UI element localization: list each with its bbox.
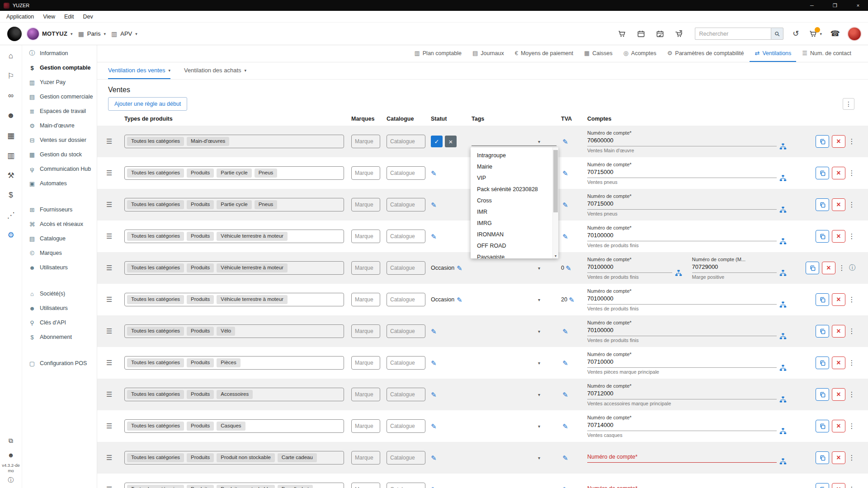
- duplicate-row-button[interactable]: [816, 451, 829, 464]
- marque-input[interactable]: [351, 324, 380, 338]
- row-menu-button[interactable]: ⋮: [848, 232, 855, 240]
- subtab-ventilation-des-achats[interactable]: Ventilation des achats▾: [184, 62, 246, 79]
- sidebar-item-gestion-commerciale[interactable]: ▤Gestion commerciale: [22, 89, 97, 104]
- marque-input[interactable]: [351, 451, 380, 465]
- account-hierarchy-icon[interactable]: [779, 206, 787, 213]
- duplicate-row-button[interactable]: [816, 483, 829, 488]
- tva-edit-icon[interactable]: ✎: [569, 296, 575, 303]
- tags-select[interactable]: ▾: [472, 442, 561, 474]
- marque-input[interactable]: [351, 483, 380, 488]
- sidebar-item-utilisateurs[interactable]: ☻Utilisateurs: [22, 260, 97, 275]
- row-menu-button[interactable]: ⋮: [848, 454, 855, 462]
- workshop-icon[interactable]: ⚒: [1, 165, 21, 185]
- catalogue-input[interactable]: [387, 419, 425, 433]
- search-button[interactable]: ⚲: [771, 28, 783, 40]
- sidebar-item-acc-s-et-r-seaux[interactable]: ⌘Accès et réseaux: [22, 217, 97, 231]
- row-menu-button[interactable]: ⋮: [848, 296, 855, 304]
- sidebar-item-marques[interactable]: ©Marques: [22, 246, 97, 260]
- product-types-field[interactable]: Toutes les catégoriesProduitsPartie cycl…: [124, 198, 344, 211]
- tva-edit-icon[interactable]: ✎: [562, 360, 568, 366]
- tab-num-de-contact[interactable]: ☰Num. de contact: [797, 45, 856, 62]
- delete-row-button[interactable]: ×: [832, 167, 845, 179]
- tags-option[interactable]: VIP: [471, 173, 547, 184]
- location-switcher[interactable]: ▦ Paris ▾: [78, 30, 106, 38]
- statut-edit-icon[interactable]: ✎: [431, 233, 437, 240]
- tva-edit-icon[interactable]: ✎: [562, 233, 568, 240]
- catalogue-input[interactable]: [387, 356, 425, 370]
- marque-input[interactable]: [351, 261, 380, 275]
- catalogue-input[interactable]: [387, 198, 425, 211]
- account-field[interactable]: Numéro de compte*70100000Ventes de produ…: [587, 225, 777, 248]
- catalogue-input[interactable]: [387, 166, 425, 180]
- drag-handle-icon[interactable]: ☰: [104, 296, 124, 304]
- add-rule-button[interactable]: Ajouter une règle au début: [108, 97, 187, 111]
- home-icon[interactable]: ⌂: [1, 46, 21, 66]
- statut-edit-icon[interactable]: ✎: [431, 423, 437, 430]
- row-menu-button[interactable]: ⋮: [848, 137, 855, 145]
- row-menu-button[interactable]: ⋮: [848, 422, 855, 430]
- tags-option[interactable]: Pack sérénité 20230828: [471, 184, 547, 195]
- account-hierarchy-icon[interactable]: [779, 301, 787, 308]
- sidebar-item-yuzer-pay[interactable]: ▥Yuzer Pay: [22, 75, 97, 89]
- product-types-field[interactable]: Toutes les catégoriesMain-d'œuvres: [124, 135, 344, 148]
- row-menu-button[interactable]: ⋮: [848, 169, 855, 177]
- catalogue-input[interactable]: [387, 451, 425, 465]
- product-types-field[interactable]: Toutes les catégoriesProduitsVéhicule te…: [124, 293, 344, 306]
- product-types-field[interactable]: Toutes les catégoriesProduitsVéhicule te…: [124, 230, 344, 243]
- close-button[interactable]: ×: [848, 0, 868, 11]
- company-icon[interactable]: ▦: [1, 126, 21, 145]
- tags-option[interactable]: Cross: [471, 195, 547, 206]
- delete-row-button[interactable]: ×: [832, 230, 845, 243]
- minimize-button[interactable]: ─: [802, 0, 822, 11]
- sidebar-item-main-d-uvre[interactable]: ⚙Main-d'œuvre: [22, 118, 97, 133]
- statut-edit-icon[interactable]: ✎: [457, 296, 462, 303]
- account-field[interactable]: Numéro de compte*70714000Ventes casques: [587, 415, 777, 438]
- statut-edit-icon[interactable]: ✎: [431, 360, 437, 366]
- sidebar-item-communication-hub[interactable]: ψCommunication Hub: [22, 162, 97, 176]
- product-types-field[interactable]: Toutes les catégoriesProduitsPartie cycl…: [124, 166, 344, 180]
- catalogue-input[interactable]: [387, 230, 425, 243]
- scrollbar-thumb[interactable]: [553, 150, 558, 212]
- menu-edit[interactable]: Edit: [60, 12, 79, 22]
- duplicate-row-button[interactable]: [816, 357, 829, 369]
- sidebar-item-gestion-comptable[interactable]: $Gestion comptable: [22, 61, 97, 75]
- product-types-field[interactable]: Toutes les catégoriesProduitsCasques: [124, 419, 344, 433]
- analytics-icon[interactable]: ⋰: [1, 205, 21, 225]
- tab-ventilations[interactable]: ⇄Ventilations: [750, 45, 796, 62]
- delete-row-button[interactable]: ×: [822, 262, 835, 274]
- tab-param-tres-de-comptabilit[interactable]: ⚙Paramètres de comptabilité: [662, 45, 749, 62]
- marque-input[interactable]: [351, 166, 380, 180]
- sidebar-item-cl-s-d-api[interactable]: ⚲Clés d'API: [22, 315, 97, 330]
- customers-icon[interactable]: ☻: [1, 106, 21, 126]
- sidebar-item-utilisateurs[interactable]: ☻Utilisateurs: [22, 301, 97, 315]
- user-avatar[interactable]: [848, 28, 861, 40]
- sidebar-item-soci-t-s[interactable]: ⌂Société(s): [22, 286, 97, 301]
- search-input[interactable]: [695, 28, 771, 40]
- row-menu-button[interactable]: ⋮: [848, 359, 855, 367]
- tags-select[interactable]: ▾ IntragroupeMairieVIPPack sérénité 2023…: [472, 126, 561, 157]
- tab-journaux[interactable]: ▤Journaux: [467, 45, 509, 62]
- duplicate-row-button[interactable]: [806, 262, 819, 274]
- tva-edit-icon[interactable]: ✎: [562, 486, 568, 488]
- account-hierarchy-icon[interactable]: [779, 333, 787, 339]
- tva-edit-icon[interactable]: ✎: [562, 170, 568, 177]
- drag-handle-icon[interactable]: ☰: [104, 359, 124, 367]
- org-switcher[interactable]: MOTYUZ ▾: [27, 28, 73, 40]
- tags-option[interactable]: Paysagiste: [471, 252, 547, 258]
- tab-acomptes[interactable]: ◎Acomptes: [618, 45, 661, 62]
- duplicate-row-button[interactable]: [816, 230, 829, 243]
- tab-caisses[interactable]: ▦Caisses: [579, 45, 618, 62]
- tags-select[interactable]: ▾: [472, 315, 561, 347]
- sidebar-item-ventes-sur-dossier[interactable]: ⊟Ventes sur dossier: [22, 133, 97, 147]
- row-menu-button[interactable]: ⋮: [848, 327, 855, 335]
- menu-application[interactable]: Application: [2, 12, 38, 22]
- product-types-field[interactable]: Toutes les catégoriesProduitsVéhicule te…: [124, 261, 344, 275]
- menu-dev[interactable]: Dev: [79, 12, 98, 22]
- account-hierarchy-icon[interactable]: [779, 365, 787, 371]
- duplicate-row-button[interactable]: [816, 167, 829, 179]
- cart-button[interactable]: ▾: [809, 29, 822, 38]
- dropdown-scrollbar[interactable]: ▾: [552, 147, 558, 258]
- account-hierarchy-icon[interactable]: [779, 238, 787, 244]
- tab-moyens-de-paiement[interactable]: €Moyens de paiement: [510, 45, 578, 62]
- statut-edit-icon[interactable]: ✎: [431, 170, 437, 177]
